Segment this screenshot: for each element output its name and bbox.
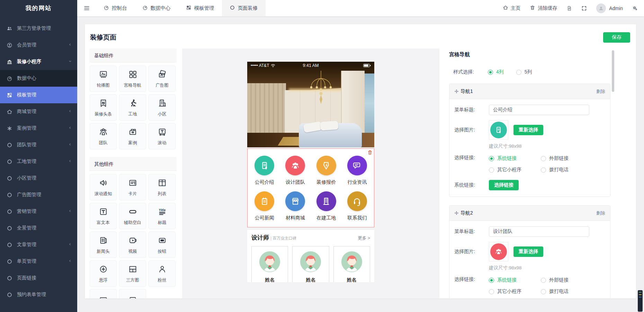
component-辅助空白[interactable]: 辅助空白 [119,203,146,229]
component-团队[interactable]: 团队 [90,123,117,149]
sidebar-item-文章管理[interactable]: 文章管理 [0,236,77,253]
minimized-widget[interactable] [638,290,643,312]
component-悬浮[interactable]: 悬浮 [90,260,117,287]
component-宫格导航[interactable]: 宫格导航 [119,66,146,92]
sidebar-item-全景管理[interactable]: 全景管理 [0,220,77,236]
grid-nav-item-在建工地[interactable]: 在建工地 [311,189,342,224]
selected-image-thumb[interactable] [489,242,508,261]
refresh-icon[interactable] [566,6,572,11]
sidebar-item-单页管理[interactable]: 单页管理 [0,253,77,270]
component-grid: 滚动通知卡片列表富文本辅助空白Title标题新闻头视频按钮悬浮三方图粉丝 [89,171,177,298]
save-button[interactable]: 保存 [603,32,630,43]
grid-nav-item-设计团队[interactable]: 设计团队 [280,153,311,189]
tab-页面装修[interactable]: 页面装修 [222,0,266,16]
move-icon[interactable] [454,89,459,94]
radio-外部链接[interactable]: 外部链接 [541,155,593,162]
component-滚动通知[interactable]: 滚动通知 [90,174,117,200]
component-小区[interactable]: 小区 [149,94,176,121]
component-视频[interactable]: 视频 [119,232,146,258]
topnav-link-label: 清除缓存 [538,5,557,11]
grid-nav-item-公司介绍[interactable]: 公司介绍 [249,153,280,189]
radio-拨打电话[interactable]: 拨打电话 [541,288,593,295]
component-标题[interactable]: Title标题 [149,203,176,229]
component-广告图[interactable]: 广告图 [149,66,176,92]
sidebar-item-装修小程序[interactable]: 装修小程序 [0,53,77,70]
radio-其它小程序[interactable]: 其它小程序 [489,288,541,295]
component-列表[interactable]: 列表 [149,174,176,200]
sidebar-item-第三方登录管理[interactable]: 第三方登录管理 [0,20,77,37]
choose-link-button[interactable]: 选择链接 [489,180,519,190]
move-icon[interactable] [454,211,459,216]
tab-控制台[interactable]: 控制台 [96,0,135,16]
delete-link[interactable]: 删除 [596,210,605,216]
menu-title-input[interactable] [489,105,589,115]
sidebar-item-预约表单管理[interactable]: 预约表单管理 [0,286,77,303]
sidebar-item-工地管理[interactable]: 工地管理 [0,153,77,170]
radio-4-columns[interactable]: 4列 [488,69,504,75]
sidebar-item-页面链接[interactable]: 页面链接 [0,270,77,286]
component-按钮[interactable]: 按钮 [149,232,176,258]
banner-image[interactable]: ••••• AT&T 9:41 AM [247,62,374,147]
radio-系统链接[interactable]: 系统链接 [489,155,541,162]
designer-card[interactable]: 姓名简介查看作品 [251,246,288,282]
menu-title-label: 菜单标题: [454,107,489,113]
designer-card[interactable]: 姓名简介查看作品 [292,246,329,282]
sidebar-item-数据中心[interactable]: 数据中心 [0,70,77,87]
radio-其它小程序[interactable]: 其它小程序 [489,167,541,173]
radio-5-columns[interactable]: 5列 [516,69,532,75]
topnav-link-主页[interactable]: 主页 [503,5,520,11]
sidebar-item-商城管理[interactable]: 商城管理 [0,103,77,120]
fullscreen-icon[interactable] [581,6,587,11]
component-新闻头[interactable]: 新闻头 [90,232,117,258]
designer-card[interactable]: 姓名简介查看作品 [333,246,370,282]
sidebar-item-广告图管理[interactable]: 广告图管理 [0,187,77,203]
selected-image-thumb[interactable] [489,120,508,140]
component-partial[interactable] [119,289,146,298]
radio-外部链接[interactable]: 外部链接 [541,277,593,283]
grid-nav-item-材料商城[interactable]: 材料商城 [280,189,311,224]
component-粉丝[interactable]: 粉丝 [149,260,176,287]
reselect-image-button[interactable]: 重新选择 [513,125,543,135]
grid-nav-item-装修报价[interactable]: 装修报价 [311,153,342,189]
component-装修头条[interactable]: 装修头条 [90,94,117,121]
component-富文本[interactable]: 富文本 [90,203,117,229]
sidebar-item-小区管理[interactable]: 小区管理 [0,170,77,187]
sidebar-item-案例管理[interactable]: 案例管理 [0,120,77,137]
topnav-link-清除缓存[interactable]: 清除缓存 [530,5,557,11]
more-link[interactable]: 更多 > [358,235,370,241]
component-滚动[interactable]: 滚动 [149,123,176,149]
sidebar-item-label: 页面链接 [17,275,36,281]
sidebar-item-会员管理[interactable]: 会员管理 [0,37,77,53]
hamburger-icon[interactable] [77,0,96,16]
sidebar-item-模板管理[interactable]: 模板管理 [0,87,77,103]
menu-title-input[interactable] [489,226,589,237]
circle-o-icon [7,292,13,298]
radio-系统链接[interactable]: 系统链接 [489,277,541,283]
user-menu[interactable]: Admin [596,3,623,13]
component-轮播图[interactable]: 轮播图 [90,66,117,92]
component-三方图[interactable]: 三方图 [119,260,146,287]
list-icon [158,178,167,189]
tab-模板管理[interactable]: 模板管理 [178,0,222,16]
component-label: 轮播图 [97,83,110,88]
designers-section[interactable]: 设计师 | 百万业主口碑 更多 > 姓名简介查看作品姓名简介查看作品姓名简介查看… [247,230,374,282]
gear-icon[interactable] [632,6,638,11]
radio-拨打电话[interactable]: 拨打电话 [541,167,593,173]
delete-component-icon[interactable] [367,150,373,155]
grid-nav-item-行业资讯[interactable]: 行业资讯 [342,153,373,189]
component-卡片[interactable]: 卡片 [119,174,146,200]
grid-nav-section[interactable]: 公司介绍设计团队装修报价行业资讯公司新闻材料商城在建工地联系我们 [247,148,374,227]
delete-link[interactable]: 删除 [596,88,605,95]
component-工地[interactable]: 工地 [119,94,146,121]
component-label: 标题 [158,220,167,225]
radio-label: 外部链接 [549,277,569,283]
grid-nav-item-公司新闻[interactable]: 公司新闻 [249,189,280,224]
grid-nav-item-联系我们[interactable]: 联系我们 [342,189,373,224]
reselect-image-button[interactable]: 重新选择 [513,246,543,257]
sidebar-item-团队管理[interactable]: 团队管理 [0,137,77,153]
tab-数据中心[interactable]: 数据中心 [135,0,178,16]
panel-scrollbar[interactable] [612,50,614,92]
component-partial[interactable] [90,289,117,298]
component-案例[interactable]: 案例 [119,123,146,149]
sidebar-item-营销管理[interactable]: 营销管理 [0,203,77,220]
